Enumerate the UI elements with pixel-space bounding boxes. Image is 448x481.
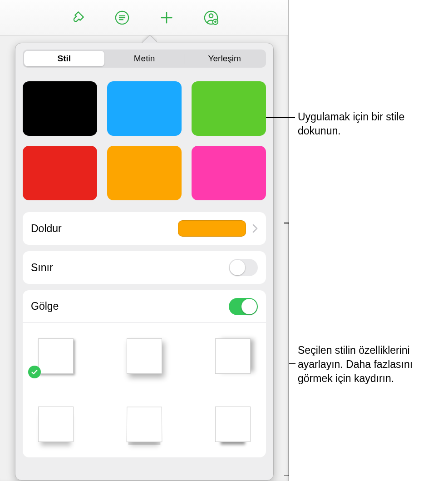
shadow-option-drop-small[interactable] bbox=[27, 331, 84, 381]
callout-line bbox=[289, 363, 295, 364]
border-group: Sınır bbox=[23, 251, 266, 284]
border-toggle[interactable] bbox=[229, 259, 258, 276]
app-frame: Stil Metin Yerleşim Doldur bbox=[0, 0, 289, 481]
shadow-preview bbox=[38, 338, 74, 374]
list-icon[interactable] bbox=[114, 10, 130, 26]
shadow-label: Gölge bbox=[31, 300, 229, 312]
callout-line bbox=[266, 117, 295, 118]
shadow-preview bbox=[127, 407, 162, 442]
brush-icon[interactable] bbox=[69, 10, 86, 26]
tab-label: Stil bbox=[58, 54, 71, 64]
style-swatch-black[interactable] bbox=[23, 81, 97, 136]
add-icon[interactable] bbox=[158, 10, 175, 26]
tab-text[interactable]: Metin bbox=[104, 51, 185, 66]
style-swatch-magenta[interactable] bbox=[192, 146, 266, 200]
callout-adjust-properties: Seçilen stilin özelliklerini ayarlayın. … bbox=[298, 343, 443, 386]
fill-color-swatch[interactable] bbox=[178, 220, 246, 237]
border-label: Sınır bbox=[31, 262, 229, 274]
svg-point-7 bbox=[209, 14, 213, 18]
check-icon bbox=[28, 366, 41, 378]
callout-style-tap: Uygulamak için bir stile dokunun. bbox=[298, 110, 434, 138]
border-row: Sınır bbox=[23, 251, 266, 284]
shadow-option-drop-soft[interactable] bbox=[116, 331, 172, 381]
tab-label: Metin bbox=[134, 54, 155, 64]
style-swatch-grid bbox=[23, 81, 266, 200]
shadow-toggle[interactable] bbox=[229, 298, 258, 315]
tab-arrange[interactable]: Yerleşim bbox=[184, 51, 265, 66]
shadow-option-flat-under[interactable] bbox=[205, 399, 261, 449]
style-swatch-green[interactable] bbox=[192, 81, 266, 136]
shadow-group: Gölge bbox=[23, 290, 266, 457]
toolbar bbox=[0, 0, 288, 35]
fill-label: Doldur bbox=[31, 223, 178, 235]
chevron-right-icon bbox=[252, 224, 258, 233]
tab-style[interactable]: Stil bbox=[24, 51, 104, 66]
shadow-options-grid bbox=[23, 323, 266, 457]
shadow-option-side-right[interactable] bbox=[205, 331, 261, 381]
style-swatch-red[interactable] bbox=[23, 146, 97, 200]
fill-group: Doldur bbox=[23, 212, 266, 245]
format-popover: Stil Metin Yerleşim Doldur bbox=[15, 43, 274, 481]
style-swatch-orange[interactable] bbox=[107, 146, 182, 200]
collaborate-icon[interactable] bbox=[203, 10, 219, 26]
callout-bracket bbox=[289, 223, 289, 476]
tab-label: Yerleşim bbox=[208, 54, 241, 64]
popover-pointer bbox=[142, 35, 157, 43]
shadow-row: Gölge bbox=[23, 290, 266, 323]
format-tabs: Stil Metin Yerleşim bbox=[23, 50, 266, 68]
fill-row[interactable]: Doldur bbox=[23, 212, 266, 245]
shadow-preview bbox=[127, 338, 162, 374]
shadow-preview bbox=[38, 407, 74, 442]
shadow-preview bbox=[215, 407, 251, 442]
style-swatch-blue[interactable] bbox=[107, 81, 182, 136]
shadow-option-curved-page[interactable] bbox=[116, 399, 172, 449]
shadow-preview bbox=[215, 338, 251, 374]
shadow-option-contact-below[interactable] bbox=[27, 399, 84, 449]
